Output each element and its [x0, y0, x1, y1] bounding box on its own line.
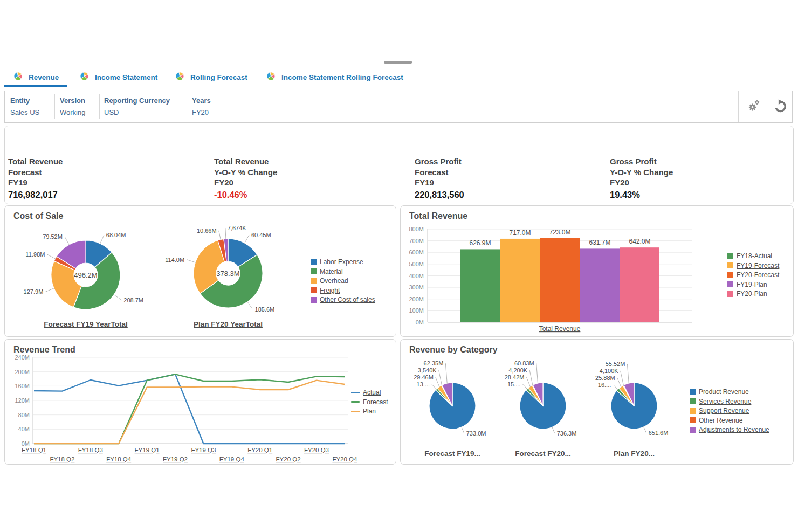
slice-label: 29.46M	[414, 374, 434, 381]
pov-years[interactable]: Years FY20	[192, 95, 211, 119]
legend-label: Other Revenue	[699, 417, 742, 424]
line-series-Actual[interactable]	[34, 374, 345, 444]
legend-item-forecast[interactable]: Forecast	[351, 398, 388, 406]
legend-item-actual[interactable]: Actual	[351, 389, 388, 396]
y-tick-label: 0M	[22, 440, 30, 447]
x-tick-label[interactable]: FY18 Q1	[22, 447, 46, 453]
pov-reporting-currency[interactable]: Reporting Currency USD	[104, 95, 170, 119]
tab-revenue[interactable]: Revenue	[13, 71, 59, 84]
x-tick-label[interactable]: FY18 Q4	[106, 456, 132, 462]
slice-label: 68.04M	[106, 232, 126, 238]
slice-label: 60.45M	[251, 232, 271, 238]
slice-label: 62.35M	[424, 360, 444, 367]
bar-value-label: 723.0M	[549, 229, 570, 236]
x-tick-label[interactable]: FY19 Q1	[135, 447, 160, 453]
slice-label: 15....	[507, 381, 520, 388]
bar-FY20-Plan[interactable]	[620, 247, 659, 322]
kpi-value: 220,813,560	[415, 190, 609, 200]
legend-label: FY19-Plan	[737, 281, 767, 288]
legend-item-fy19-plan[interactable]: FY19-Plan	[727, 281, 779, 288]
legend-swatch	[690, 398, 696, 404]
donut-link-plan-fy20[interactable]: Plan FY20 YearTotal	[180, 320, 277, 328]
x-tick-label[interactable]: FY19 Q3	[191, 447, 216, 453]
panel-total-revenue: Total Revenue 0M100M200M300M400M500M600M…	[400, 205, 794, 337]
slice-label: 651.6M	[649, 430, 669, 436]
slice-label: 127.9M	[24, 288, 44, 295]
legend-item-fy18-actual[interactable]: FY18-Actual	[727, 252, 779, 260]
legend-swatch	[690, 427, 696, 433]
bar-value-label: 626.9M	[469, 239, 491, 247]
x-tick-label[interactable]: FY18 Q2	[50, 456, 74, 462]
legend-swatch	[727, 281, 733, 287]
pov-separator	[99, 94, 100, 119]
legend-swatch	[311, 287, 317, 293]
legend-item-freight[interactable]: Freight	[311, 287, 375, 294]
pov-separator	[54, 94, 55, 119]
bar-FY20-Forecast[interactable]	[540, 238, 580, 322]
legend-item-fy20-plan[interactable]: FY20-Plan	[727, 290, 779, 298]
pie-chart-icon	[13, 72, 23, 83]
kpi-title: Total Revenue	[8, 156, 202, 167]
bar-FY19-Plan[interactable]	[580, 248, 620, 322]
pov-version[interactable]: Version Working	[60, 95, 85, 119]
legend-label: Forecast	[363, 398, 388, 406]
legend-item-adjustments-to-revenue[interactable]: Adjustments to Revenue	[690, 426, 769, 433]
revenue-by-category-legend: Product RevenueServices RevenueSupport R…	[690, 388, 769, 436]
bar-value-label: 717.0M	[509, 229, 531, 237]
bar-FY19-Forecast[interactable]	[500, 239, 540, 322]
legend-label: Plan	[363, 407, 376, 415]
legend-item-services-revenue[interactable]: Services Revenue	[690, 398, 769, 405]
x-tick-label[interactable]: FY20 Q4	[332, 456, 357, 462]
legend-label: Labor Expense	[320, 258, 363, 266]
x-tick-label[interactable]: FY20 Q2	[276, 456, 301, 462]
bar-value-label: 631.7M	[589, 239, 610, 246]
legend-label: Overhead	[320, 277, 348, 285]
line-chart: 0M40M80M120M160M200M240MFY18 Q1FY18 Q2FY…	[5, 340, 397, 465]
legend-swatch	[690, 389, 696, 395]
legend-item-labor-expense[interactable]: Labor Expense	[311, 258, 375, 266]
pie-link-plan-fy20[interactable]: Plan FY20...	[596, 450, 672, 458]
legend-label: Adjustments to Revenue	[699, 426, 769, 433]
legend-item-product-revenue[interactable]: Product Revenue	[690, 388, 769, 396]
bar-x-axis-label[interactable]: Total Revenue	[539, 325, 581, 333]
pov-dimension-label: Years	[192, 95, 211, 106]
y-tick-label: 200M	[15, 369, 30, 375]
legend-label: FY20-Plan	[737, 290, 767, 298]
legend-item-overhead[interactable]: Overhead	[311, 277, 375, 285]
settings-button[interactable]	[738, 91, 768, 122]
legend-item-other-cost-of-sales[interactable]: Other Cost of sales	[311, 296, 375, 303]
legend-item-fy20-forecast[interactable]: FY20-Forecast	[727, 271, 779, 279]
donut-center-label: 378.3M	[216, 270, 239, 278]
legend-item-plan[interactable]: Plan	[351, 407, 388, 415]
legend-label: Actual	[363, 389, 381, 396]
x-tick-label[interactable]: FY20 Q3	[304, 447, 329, 453]
pie-link-forecast-fy20[interactable]: Forecast FY20...	[505, 450, 581, 458]
donut-link-forecast-fy19[interactable]: Forecast FY19 YearTotal	[37, 320, 134, 328]
x-tick-label[interactable]: FY18 Q3	[78, 447, 103, 453]
slice-label: 13....	[417, 381, 430, 388]
y-tick-label: 0M	[416, 319, 424, 326]
legend-item-fy19-forecast[interactable]: FY19-Forecast	[727, 262, 779, 270]
bar-FY18-Actual[interactable]	[460, 249, 500, 322]
slice-label: 4,200K	[508, 367, 528, 374]
x-tick-label[interactable]: FY19 Q2	[163, 456, 188, 462]
pie-link-forecast-fy19[interactable]: Forecast FY19...	[415, 450, 490, 458]
tab-rolling-forecast[interactable]: Rolling Forecast	[175, 71, 247, 84]
tab-income-statement-rolling-forecast[interactable]: Income Statement Rolling Forecast	[266, 71, 403, 84]
total-revenue-legend: FY18-ActualFY19-ForecastFY20-ForecastFY1…	[727, 252, 779, 300]
legend-item-support-revenue[interactable]: Support Revenue	[690, 407, 769, 414]
legend-item-other-revenue[interactable]: Other Revenue	[690, 417, 769, 424]
drag-handle[interactable]	[384, 61, 412, 64]
active-tab-underline	[4, 85, 67, 87]
x-tick-label[interactable]: FY19 Q4	[219, 456, 245, 462]
kpi-title: Gross Profit	[610, 156, 798, 167]
line-series-Plan[interactable]	[34, 381, 345, 444]
x-tick-label[interactable]: FY20 Q1	[247, 447, 272, 453]
pov-entity[interactable]: Entity Sales US	[10, 95, 39, 119]
legend-item-material[interactable]: Material	[311, 268, 375, 275]
slice-label: 11.98M	[26, 251, 45, 258]
tab-income-statement[interactable]: Income Statement	[80, 71, 157, 84]
y-tick-label: 160M	[15, 383, 30, 389]
legend-swatch	[727, 291, 733, 297]
refresh-button[interactable]	[768, 91, 793, 122]
